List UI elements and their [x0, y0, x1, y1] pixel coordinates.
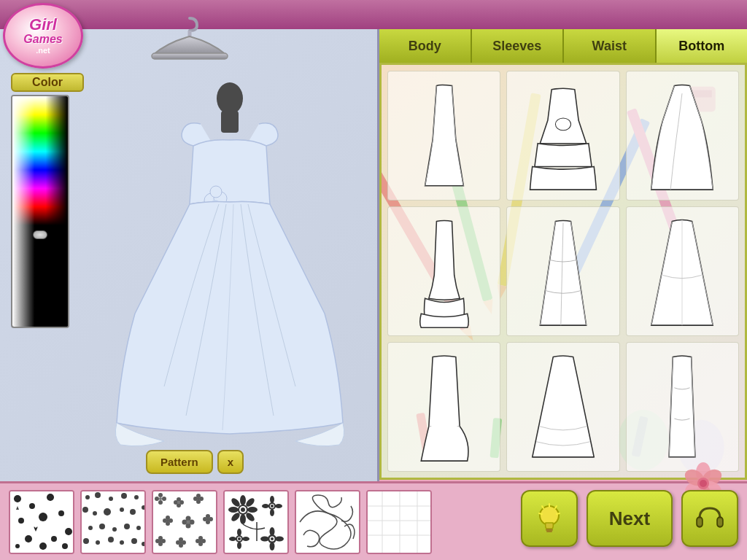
- svg-point-53: [124, 524, 130, 529]
- svg-point-57: [108, 537, 114, 542]
- next-button[interactable]: Next: [587, 490, 673, 547]
- svg-point-37: [62, 543, 68, 549]
- svg-rect-158: [546, 531, 552, 532]
- dress-item-4[interactable]: [387, 206, 500, 336]
- svg-point-134: [270, 527, 275, 536]
- logo-net-text: .net: [36, 46, 50, 55]
- tab-bottom[interactable]: Bottom: [657, 29, 748, 63]
- color-knob[interactable]: [33, 230, 47, 239]
- dress-item-3[interactable]: [626, 71, 739, 201]
- pattern-thumb-4[interactable]: [223, 490, 289, 554]
- svg-line-163: [539, 513, 542, 514]
- logo-girl-text: Girl: [29, 17, 57, 33]
- pattern-thumb-6[interactable]: [366, 490, 432, 554]
- next-button-label: Next: [609, 508, 650, 530]
- svg-point-86: [187, 520, 190, 524]
- svg-point-91: [206, 518, 209, 521]
- svg-point-106: [199, 540, 202, 542]
- logo: Girl Games .net: [3, 3, 83, 69]
- svg-point-5: [210, 186, 222, 198]
- tab-waist[interactable]: Waist: [564, 29, 657, 63]
- items-panel: [379, 63, 747, 480]
- dress-item-9[interactable]: [626, 342, 739, 472]
- dress-item-1[interactable]: [387, 71, 500, 201]
- svg-point-125: [271, 505, 274, 508]
- svg-point-59: [131, 538, 137, 544]
- tabs-container: Body Sleeves Waist Bottom: [379, 29, 747, 63]
- svg-point-76: [197, 497, 200, 500]
- svg-point-135: [270, 542, 275, 551]
- pattern-thumb-5[interactable]: [295, 490, 360, 554]
- svg-point-52: [112, 527, 117, 532]
- svg-rect-166: [697, 518, 702, 526]
- svg-point-123: [275, 504, 282, 508]
- svg-line-160: [555, 506, 557, 508]
- svg-point-48: [130, 509, 136, 515]
- x-button[interactable]: x: [217, 450, 244, 474]
- headphones-button[interactable]: [681, 490, 738, 547]
- svg-point-81: [166, 519, 169, 522]
- svg-line-161: [542, 506, 543, 508]
- color-panel: Color: [11, 73, 84, 328]
- svg-point-66: [159, 497, 162, 500]
- svg-point-56: [96, 540, 100, 545]
- svg-point-132: [238, 537, 241, 540]
- pattern-thumb-2[interactable]: [80, 490, 146, 554]
- svg-point-101: [179, 541, 182, 544]
- svg-point-65: [155, 497, 159, 501]
- svg-point-156: [540, 506, 559, 525]
- pattern-button[interactable]: Pattern: [146, 450, 213, 474]
- pattern-thumb-1[interactable]: [9, 490, 74, 554]
- dress-item-7[interactable]: [387, 342, 500, 472]
- svg-point-49: [142, 505, 146, 510]
- svg-rect-167: [718, 518, 722, 526]
- svg-point-139: [271, 537, 274, 540]
- color-picker[interactable]: [11, 95, 69, 328]
- svg-point-112: [247, 507, 258, 513]
- svg-point-63: [162, 497, 166, 501]
- dress-item-5[interactable]: [506, 206, 619, 336]
- dress-display-area: [95, 51, 365, 459]
- tab-body[interactable]: Body: [379, 29, 472, 63]
- svg-rect-2: [221, 111, 239, 133]
- pattern-thumb-3[interactable]: [152, 490, 217, 554]
- svg-point-54: [136, 526, 141, 530]
- svg-point-96: [159, 540, 162, 542]
- svg-point-121: [270, 509, 274, 516]
- right-panel: Body Sleeves Waist Bottom: [379, 29, 747, 481]
- svg-rect-38: [82, 491, 146, 553]
- svg-point-136: [260, 536, 269, 541]
- svg-point-39: [85, 495, 90, 499]
- svg-point-84: [186, 523, 191, 528]
- svg-rect-157: [546, 529, 553, 531]
- dress-item-2[interactable]: [506, 71, 619, 201]
- svg-point-82: [186, 516, 191, 521]
- svg-point-34: [51, 536, 57, 542]
- svg-point-85: [182, 519, 187, 524]
- svg-point-64: [158, 500, 163, 505]
- svg-point-45: [93, 511, 97, 516]
- svg-point-83: [190, 519, 195, 524]
- lightbulb-button[interactable]: [521, 490, 578, 547]
- svg-point-110: [240, 514, 246, 524]
- svg-point-55: [83, 538, 89, 544]
- svg-point-129: [229, 537, 236, 541]
- svg-point-35: [15, 544, 20, 548]
- top-bar: [0, 0, 747, 29]
- pattern-button-area: Pattern x: [146, 450, 244, 474]
- svg-point-155: [700, 480, 707, 487]
- svg-point-51: [99, 524, 105, 529]
- svg-point-31: [58, 510, 64, 516]
- color-label: Color: [11, 73, 84, 92]
- dress-svg: [106, 58, 354, 452]
- dress-item-8[interactable]: [506, 342, 619, 472]
- svg-point-127: [237, 529, 241, 536]
- dress-item-6[interactable]: [626, 206, 739, 336]
- svg-line-162: [557, 513, 560, 514]
- svg-point-60: [142, 542, 146, 546]
- tab-sleeves[interactable]: Sleeves: [472, 29, 565, 63]
- svg-point-62: [158, 493, 163, 497]
- lightbulb-icon: [533, 502, 565, 534]
- svg-rect-0: [152, 53, 228, 59]
- svg-point-24: [555, 118, 570, 131]
